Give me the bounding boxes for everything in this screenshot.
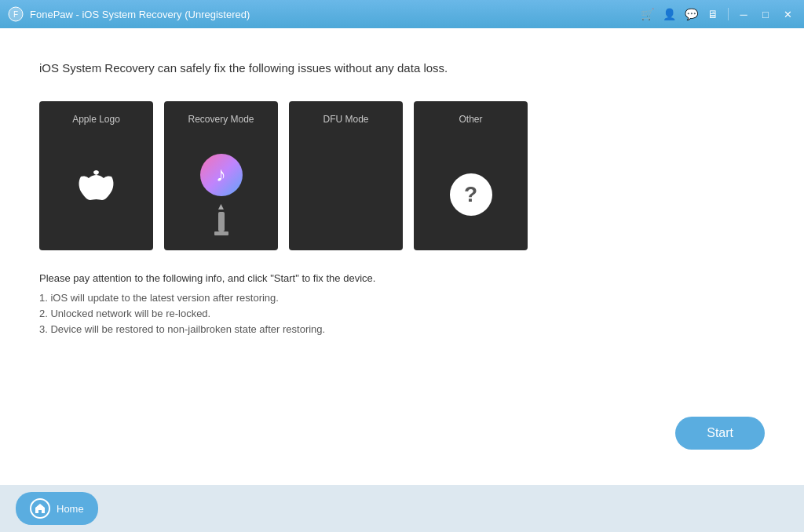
intro-text: iOS System Recovery can safely fix the f… <box>39 60 510 78</box>
apple-svg <box>75 169 118 220</box>
notice-item-3: 3. Device will be restored to non-jailbr… <box>39 323 765 335</box>
start-button[interactable]: Start <box>675 417 765 450</box>
home-label: Home <box>57 503 84 515</box>
notice-item-2: 2. Unlocked network will be re-locked. <box>39 308 765 319</box>
bottom-bar: Home <box>0 485 804 532</box>
titlebar-separator <box>728 8 729 20</box>
window-controls: 🛒 👤 💬 🖥 ─ □ ✕ <box>638 5 796 23</box>
cable-arrow-icon: ▲ <box>217 201 226 212</box>
cart-icon[interactable]: 🛒 <box>638 5 656 23</box>
dfu-mode-label: DFU Mode <box>323 114 368 125</box>
apple-logo-icon <box>39 139 153 250</box>
other-icon: ? <box>414 139 528 250</box>
cable-wrapper: ▲ <box>214 201 228 235</box>
notice-title: Please pay attention to the following in… <box>39 272 765 284</box>
chat-icon[interactable]: 💬 <box>682 5 700 23</box>
dfu-mode-card[interactable]: DFU Mode <box>289 101 403 250</box>
itunes-note-icon: ♪ <box>216 162 226 187</box>
close-button[interactable]: ✕ <box>779 5 796 23</box>
home-svg <box>35 503 46 514</box>
app-logo: F <box>8 6 24 22</box>
monitor-icon[interactable]: 🖥 <box>704 5 722 23</box>
question-circle: ? <box>450 173 492 216</box>
app-title: FonePaw - iOS System Recovery (Unregiste… <box>30 9 250 20</box>
dfu-mode-icon <box>289 139 403 250</box>
itunes-circle: ♪ <box>200 154 243 196</box>
notice-section: Please pay attention to the following in… <box>39 272 765 335</box>
notice-item-1: 1. iOS will update to the latest version… <box>39 292 765 304</box>
maximize-button[interactable]: □ <box>757 5 774 23</box>
apple-logo-label: Apple Logo <box>72 114 120 125</box>
recovery-mode-card[interactable]: Recovery Mode ♪ ▲ <box>164 101 278 250</box>
minimize-button[interactable]: ─ <box>735 5 752 23</box>
question-mark-icon: ? <box>464 182 477 207</box>
apple-logo-card[interactable]: Apple Logo <box>39 101 153 250</box>
mode-cards-container: Apple Logo Recovery Mode ♪ ▲ <box>39 101 765 250</box>
other-label: Other <box>459 114 482 125</box>
recovery-mode-icon: ♪ ▲ <box>164 139 278 250</box>
titlebar-left: F FonePaw - iOS System Recovery (Unregis… <box>8 6 250 22</box>
recovery-mode-label: Recovery Mode <box>188 114 254 125</box>
other-card[interactable]: Other ? <box>414 101 528 250</box>
itunes-wrapper: ♪ ▲ <box>200 154 243 235</box>
titlebar: F FonePaw - iOS System Recovery (Unregis… <box>0 0 804 28</box>
home-button[interactable]: Home <box>16 492 98 525</box>
notice-list: 1. iOS will update to the latest version… <box>39 292 765 335</box>
home-icon <box>30 498 50 519</box>
main-content: iOS System Recovery can safely fix the f… <box>0 28 804 485</box>
profile-icon[interactable]: 👤 <box>660 5 678 23</box>
svg-text:F: F <box>13 10 18 19</box>
